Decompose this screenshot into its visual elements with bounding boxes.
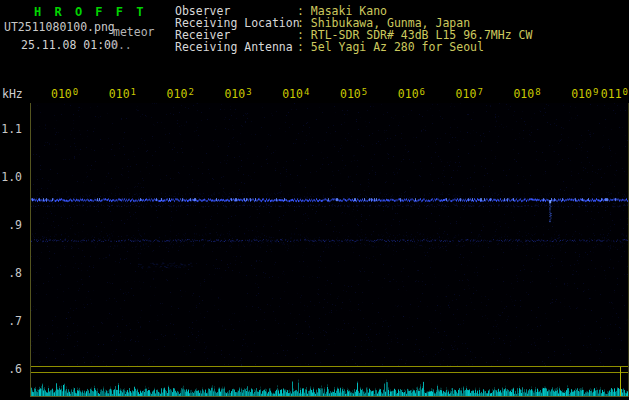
time-tick-sup: 5 <box>362 87 367 97</box>
spectrogram-canvas <box>31 103 628 366</box>
output-filename: UT2511080100.png <box>4 21 115 33</box>
freq-tick-label: 1.0 <box>1 171 22 184</box>
time-tick-main: 010 <box>398 87 419 101</box>
time-tick-main: 010 <box>282 87 303 101</box>
spectrogram-bottom-frame-line <box>30 366 629 367</box>
time-tick-main: 010 <box>109 87 130 101</box>
time-tick-label: 0109 <box>571 87 598 101</box>
time-tick-sup: 7 <box>477 87 482 97</box>
time-tick-sup: 6 <box>420 87 425 97</box>
header-info-label: Receiving Antenna <box>175 41 297 53</box>
time-tick-main: 010 <box>456 87 477 101</box>
app-title: H R O F F T <box>34 6 146 18</box>
time-tick-sup: 0 <box>623 87 628 97</box>
observation-datetime: 25.11.08 01:00 <box>21 39 118 51</box>
freq-unit-label: kHz <box>2 88 23 100</box>
time-tick-sup: 1 <box>131 87 136 97</box>
time-tick-label: 0105 <box>340 87 367 101</box>
time-tick-sup: 9 <box>593 87 598 97</box>
freq-tick-label: .6 <box>1 363 22 376</box>
counter-text: O.. <box>111 39 132 51</box>
time-tick-label: 0107 <box>456 87 483 101</box>
time-tick-main: 010 <box>224 87 245 101</box>
signal-level-canvas <box>31 373 628 396</box>
time-tick-label: 0100 <box>51 87 78 101</box>
time-tick-main: 010 <box>571 87 592 101</box>
time-tick-main: 011 <box>601 87 622 101</box>
time-tick-sup: 0 <box>73 87 78 97</box>
end-time-marker-line <box>620 367 621 396</box>
header-info-value: : 5el Yagi Az 280 for Seoul <box>297 40 484 54</box>
time-tick-main: 010 <box>340 87 361 101</box>
time-tick-label: 0104 <box>282 87 309 101</box>
time-tick-label: 0106 <box>398 87 425 101</box>
freq-tick-label: .9 <box>1 219 22 232</box>
time-tick-label: 0108 <box>513 87 540 101</box>
plot-left-frame-line <box>30 103 31 397</box>
plot-bottom-frame-line <box>30 396 629 397</box>
header-info-block: Observer: Masaki KanoReceiving Location:… <box>175 5 532 53</box>
time-tick-sup: 3 <box>246 87 251 97</box>
time-tick-label: 0101 <box>109 87 136 101</box>
freq-tick-label: .8 <box>1 267 22 280</box>
time-tick-sup: 2 <box>188 87 193 97</box>
time-tick-label: 0110 <box>601 87 628 101</box>
freq-tick-label: .7 <box>1 315 22 328</box>
time-tick-main: 010 <box>513 87 534 101</box>
observation-label: meteor <box>113 26 155 38</box>
hrofft-screen: H R O F F T UT2511080100.png meteor 25.1… <box>0 0 629 400</box>
time-tick-sup: 4 <box>304 87 309 97</box>
freq-tick-label: 1.1 <box>1 123 22 136</box>
time-tick-main: 010 <box>51 87 72 101</box>
header-info-row: Receiving Antenna: 5el Yagi Az 280 for S… <box>175 41 532 53</box>
time-tick-label: 0102 <box>167 87 194 101</box>
time-tick-label: 0103 <box>224 87 251 101</box>
time-tick-main: 010 <box>167 87 188 101</box>
time-tick-sup: 8 <box>535 87 540 97</box>
